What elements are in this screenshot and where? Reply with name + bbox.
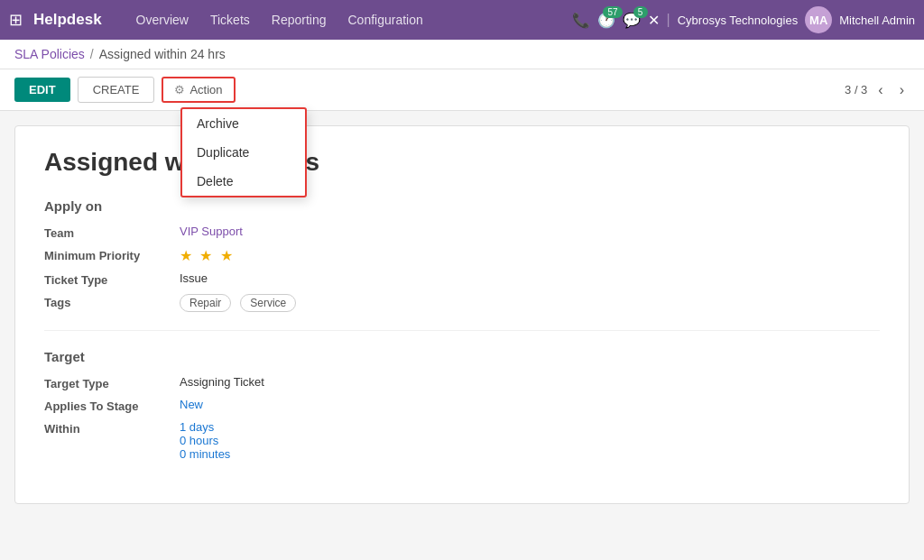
nav-reporting[interactable]: Reporting (263, 9, 336, 31)
grid-icon[interactable]: ⊞ (9, 10, 23, 30)
field-tags: Tags Repair Service (44, 294, 880, 312)
delete-item[interactable]: Delete (182, 167, 305, 196)
company-name: Cybrosys Technologies (678, 14, 798, 27)
ticket-type-label: Ticket Type (44, 271, 180, 287)
field-min-priority: Minimum Priority ★ ★ ★ (44, 247, 880, 264)
record-title: Assigned within 24 hrs (44, 148, 880, 177)
pagination-text: 3 / 3 (845, 83, 867, 96)
breadcrumb: SLA Policies / Assigned within 24 hrs (0, 40, 924, 69)
prev-page-button[interactable]: ‹ (873, 80, 888, 100)
field-team: Team VIP Support (44, 225, 880, 240)
tag-service: Service (240, 294, 296, 312)
brand-name: Helpdesk (33, 11, 102, 29)
pagination: 3 / 3 ‹ › (845, 80, 910, 100)
team-label: Team (44, 225, 180, 240)
target-type-label: Target Type (44, 375, 180, 390)
close-icon[interactable]: ✕ (648, 12, 660, 29)
duplicate-item[interactable]: Duplicate (182, 138, 305, 167)
nav-menu: Overview Tickets Reporting Configuration (127, 9, 565, 31)
main-content: Assigned within 24 hrs Apply on Team VIP… (0, 111, 924, 519)
applies-to-stage-label: Applies To Stage (44, 398, 180, 413)
section-divider (44, 330, 880, 331)
clock-badge: 57 (603, 6, 622, 18)
gear-icon: ⚙ (174, 83, 185, 96)
toolbar: EDIT CREATE ⚙ Action Archive Duplicate D… (0, 69, 924, 111)
archive-item[interactable]: Archive (182, 109, 305, 138)
chat-icon[interactable]: 💬 5 (623, 12, 641, 29)
create-button[interactable]: CREATE (78, 77, 155, 103)
username: Mitchell Admin (839, 14, 915, 27)
nav-divider: | (667, 12, 670, 28)
breadcrumb-current: Assigned within 24 hrs (99, 47, 226, 61)
priority-stars: ★ ★ ★ (180, 247, 235, 264)
within-hours: 0 hours (180, 434, 230, 447)
nav-overview[interactable]: Overview (127, 9, 198, 31)
team-value[interactable]: VIP Support (180, 225, 243, 238)
clock-icon[interactable]: 🕐 57 (597, 12, 615, 29)
topnav-right: 📞 🕐 57 💬 5 ✕ | Cybrosys Technologies MA … (572, 6, 915, 33)
nav-configuration[interactable]: Configuration (338, 9, 431, 31)
phone-icon[interactable]: 📞 (572, 12, 590, 29)
ticket-type-value: Issue (180, 271, 208, 285)
applies-to-stage-value: New (180, 398, 203, 411)
field-within: Within 1 days 0 hours 0 minutes (44, 420, 880, 461)
record-card: Assigned within 24 hrs Apply on Team VIP… (14, 125, 910, 504)
within-label: Within (44, 420, 180, 436)
target-section-title: Target (44, 349, 880, 364)
target-type-value: Assigning Ticket (180, 375, 264, 389)
tags-container: Repair Service (180, 294, 301, 312)
action-button[interactable]: ⚙ Action (162, 77, 235, 103)
within-minutes: 0 minutes (180, 447, 230, 461)
nav-tickets[interactable]: Tickets (201, 9, 259, 31)
edit-button[interactable]: EDIT (14, 78, 70, 102)
apply-on-section-title: Apply on (44, 198, 880, 214)
action-label: Action (189, 83, 222, 96)
action-dropdown: Archive Duplicate Delete (180, 107, 307, 197)
breadcrumb-parent[interactable]: SLA Policies (14, 47, 85, 61)
avatar[interactable]: MA (805, 6, 832, 33)
chat-badge: 5 (633, 6, 648, 18)
min-priority-label: Minimum Priority (44, 247, 180, 262)
tag-repair: Repair (180, 294, 231, 312)
next-page-button[interactable]: › (894, 80, 910, 100)
field-applies-to-stage: Applies To Stage New (44, 398, 880, 413)
breadcrumb-separator: / (90, 47, 94, 61)
within-days: 1 days (180, 420, 230, 434)
field-target-type: Target Type Assigning Ticket (44, 375, 880, 390)
top-navigation: ⊞ Helpdesk Overview Tickets Reporting Co… (0, 0, 924, 40)
within-values: 1 days 0 hours 0 minutes (180, 420, 230, 461)
tags-label: Tags (44, 294, 180, 309)
field-ticket-type: Ticket Type Issue (44, 271, 880, 287)
